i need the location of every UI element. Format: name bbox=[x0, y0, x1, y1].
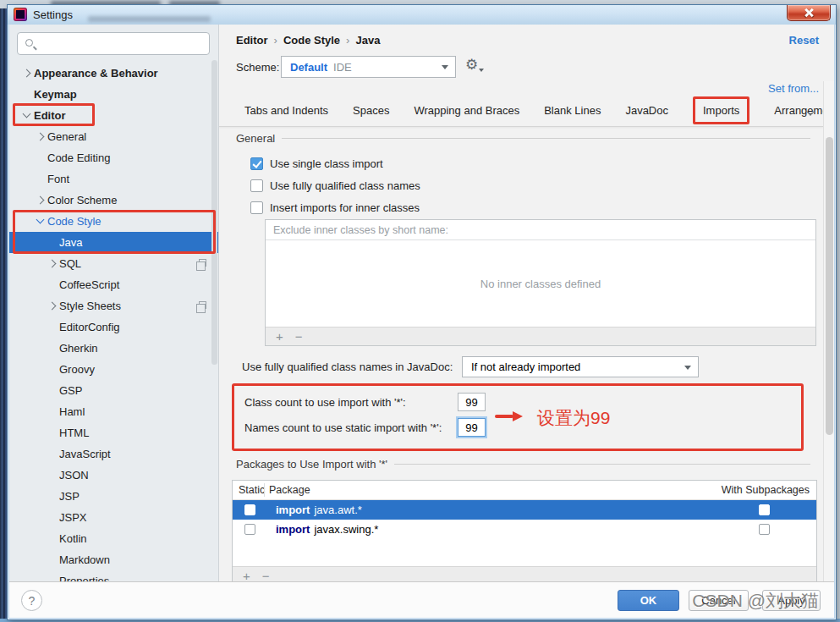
copy-schema-icon bbox=[199, 259, 206, 267]
checkbox-use-single-class-import[interactable]: Use single class import bbox=[250, 155, 383, 172]
static-checkbox[interactable] bbox=[244, 504, 255, 515]
packages-section-header: Packages to Use Import with '*' bbox=[236, 458, 810, 471]
reset-link[interactable]: Reset bbox=[789, 34, 819, 47]
sidebar-item-properties[interactable]: Properties bbox=[9, 570, 218, 581]
help-button[interactable]: ? bbox=[21, 590, 42, 611]
names-count-input[interactable] bbox=[458, 418, 486, 437]
settings-window: Settings Appearance & Behavior Keymap Ed… bbox=[7, 4, 837, 620]
annotation-arrow-icon bbox=[495, 411, 524, 421]
cancel-button[interactable]: Cancel bbox=[689, 590, 749, 611]
set-from-link[interactable]: Set from... bbox=[768, 82, 819, 95]
sidebar-item-editorconfig[interactable]: EditorConfig bbox=[9, 317, 218, 338]
table-row-java-awt[interactable]: import java.awt.* bbox=[233, 500, 816, 520]
sidebar-item-haml[interactable]: Haml bbox=[9, 401, 218, 422]
subpackages-checkbox[interactable] bbox=[759, 504, 770, 515]
class-count-label: Class count to use import with '*': bbox=[244, 396, 406, 409]
remove-icon[interactable]: − bbox=[295, 330, 303, 343]
tab-tabs-and-indents[interactable]: Tabs and Indents bbox=[244, 104, 328, 117]
scheme-dropdown[interactable]: Default IDE bbox=[281, 56, 456, 78]
subpackages-checkbox[interactable] bbox=[759, 524, 770, 535]
packages-toolbar: + − bbox=[233, 566, 816, 581]
checkbox-use-fully-qualified-class-names[interactable]: Use fully qualified class names bbox=[250, 177, 420, 194]
chevron-right-icon[interactable] bbox=[35, 131, 46, 142]
help-icon: ? bbox=[29, 594, 36, 608]
breadcrumb-code-style[interactable]: Code Style bbox=[283, 34, 340, 47]
sidebar-item-sql[interactable]: SQL bbox=[9, 253, 218, 274]
sidebar-search[interactable] bbox=[17, 32, 210, 55]
chevron-right-icon[interactable] bbox=[21, 68, 32, 79]
chevron-down-icon[interactable] bbox=[21, 110, 32, 121]
sidebar-item-code-style[interactable]: Code Style bbox=[9, 211, 218, 232]
breadcrumb-separator: › bbox=[268, 34, 283, 47]
remove-icon[interactable]: − bbox=[262, 570, 270, 581]
tab-imports[interactable]: Imports bbox=[693, 96, 749, 124]
close-button[interactable] bbox=[787, 5, 831, 21]
chevron-right-icon[interactable] bbox=[47, 258, 58, 269]
annotation-text: 设置为99 bbox=[537, 406, 610, 430]
class-count-input[interactable] bbox=[458, 393, 486, 411]
breadcrumb-java[interactable]: Java bbox=[355, 34, 380, 47]
sidebar-item-markdown[interactable]: Markdown bbox=[9, 549, 218, 570]
dropdown-arrow-icon bbox=[442, 65, 448, 69]
chevron-right-icon[interactable] bbox=[35, 195, 46, 206]
titlebar[interactable]: Settings bbox=[8, 5, 836, 25]
sidebar-item-gherkin[interactable]: Gherkin bbox=[9, 338, 218, 359]
window-title: Settings bbox=[33, 8, 73, 21]
sidebar-item-appearance-behavior[interactable]: Appearance & Behavior bbox=[9, 63, 218, 84]
checkbox-checked-icon[interactable] bbox=[250, 157, 263, 170]
scrollbar-thumb[interactable] bbox=[826, 137, 833, 435]
sidebar-item-general[interactable]: General bbox=[9, 126, 218, 147]
tab-javadoc[interactable]: JavaDoc bbox=[625, 104, 668, 117]
javadoc-fqn-value: If not already imported bbox=[471, 361, 580, 373]
breadcrumb-separator: › bbox=[340, 34, 355, 47]
exclude-input-placeholder[interactable]: Exclude inner classes by short name: bbox=[266, 220, 815, 240]
checkbox-unchecked-icon[interactable] bbox=[250, 201, 263, 214]
chevron-down-icon[interactable] bbox=[35, 216, 46, 227]
apply-button[interactable]: Apply bbox=[762, 590, 821, 611]
sidebar-item-gsp[interactable]: GSP bbox=[9, 380, 218, 401]
screenshot-root: Settings Appearance & Behavior Keymap Ed… bbox=[0, 0, 840, 622]
add-icon[interactable]: + bbox=[276, 330, 283, 343]
main-scrollbar[interactable] bbox=[823, 81, 834, 581]
code-style-tabs: Tabs and Indents Spaces Wrapping and Bra… bbox=[244, 96, 800, 125]
annotation-box-counts: Class count to use import with '*': Name… bbox=[232, 383, 804, 451]
tabs-overflow-chevron-icon[interactable] bbox=[807, 107, 815, 115]
sidebar-item-style-sheets[interactable]: Style Sheets bbox=[9, 295, 218, 317]
sidebar-item-java[interactable]: Java bbox=[9, 232, 218, 253]
checkbox-insert-imports-inner-classes[interactable]: Insert imports for inner classes bbox=[250, 199, 420, 216]
settings-sidebar: Appearance & Behavior Keymap Editor Gene… bbox=[9, 25, 219, 581]
sidebar-item-font[interactable]: Font bbox=[9, 168, 218, 190]
sidebar-item-code-editing[interactable]: Code Editing bbox=[9, 147, 218, 168]
sidebar-item-jspx[interactable]: JSPX bbox=[9, 507, 218, 528]
tab-spaces[interactable]: Spaces bbox=[353, 104, 389, 117]
add-icon[interactable]: + bbox=[243, 570, 250, 581]
sidebar-item-json[interactable]: JSON bbox=[9, 465, 218, 486]
table-row-javax-swing[interactable]: import javax.swing.* bbox=[233, 520, 816, 539]
sidebar-item-html[interactable]: HTML bbox=[9, 422, 218, 443]
tab-wrapping-and-braces[interactable]: Wrapping and Braces bbox=[414, 104, 519, 117]
javadoc-fqn-dropdown[interactable]: If not already imported bbox=[462, 356, 699, 377]
sidebar-scrollbar[interactable] bbox=[211, 60, 217, 365]
sidebar-item-keymap[interactable]: Keymap bbox=[9, 84, 218, 105]
sidebar-item-color-scheme[interactable]: Color Scheme bbox=[9, 190, 218, 211]
breadcrumb-editor[interactable]: Editor bbox=[236, 34, 268, 47]
sidebar-item-javascript[interactable]: JavaScript bbox=[9, 443, 218, 465]
close-icon bbox=[804, 8, 814, 18]
tab-blank-lines[interactable]: Blank Lines bbox=[544, 104, 601, 117]
sidebar-item-jsp[interactable]: JSP bbox=[9, 486, 218, 507]
settings-tree: Appearance & Behavior Keymap Editor Gene… bbox=[9, 63, 218, 581]
sidebar-item-coffeescript[interactable]: CoffeeScript bbox=[9, 274, 218, 295]
ok-button[interactable]: OK bbox=[618, 590, 679, 611]
sidebar-item-groovy[interactable]: Groovy bbox=[9, 359, 218, 380]
packages-table-header: Static Package With Subpackages bbox=[233, 481, 816, 500]
sidebar-item-editor[interactable]: Editor bbox=[9, 105, 218, 126]
exclude-inner-classes-panel: Exclude inner classes by short name: No … bbox=[265, 219, 816, 346]
sidebar-item-kotlin[interactable]: Kotlin bbox=[9, 528, 218, 549]
static-checkbox[interactable] bbox=[244, 524, 255, 535]
packages-table: Static Package With Subpackages import j… bbox=[232, 480, 817, 581]
checkbox-unchecked-icon[interactable] bbox=[250, 179, 263, 192]
import-keyword: import bbox=[276, 504, 310, 516]
gear-icon[interactable]: ⚙ bbox=[465, 58, 478, 72]
search-input[interactable] bbox=[40, 35, 205, 52]
chevron-right-icon[interactable] bbox=[47, 300, 58, 311]
